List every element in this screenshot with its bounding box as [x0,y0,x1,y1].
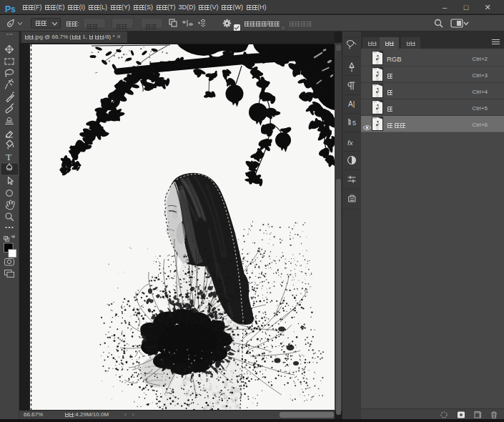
svg-text:fx: fx [347,139,354,147]
svg-text:T: T [6,152,12,162]
svg-text:A|: A| [348,100,355,108]
svg-text:5: 5 [352,119,356,127]
